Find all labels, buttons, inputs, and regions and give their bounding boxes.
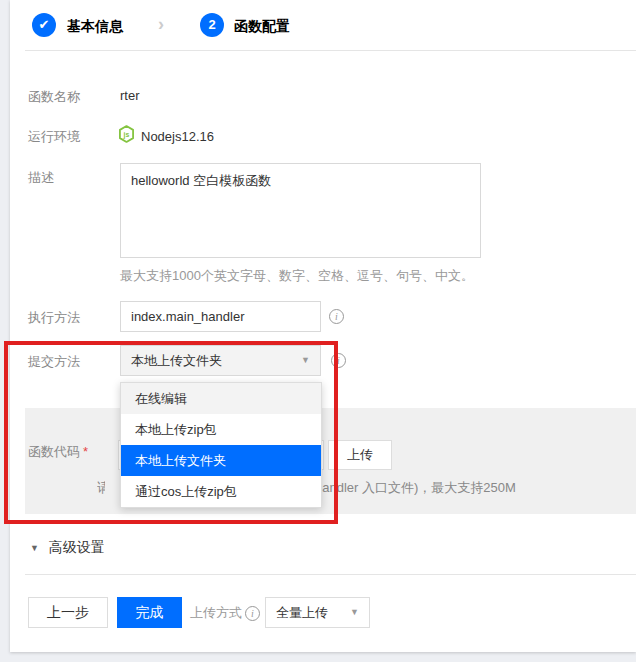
- function-name-value: rter: [120, 88, 140, 103]
- submit-method-select[interactable]: 本地上传文件夹 ▼: [120, 345, 321, 376]
- upload-mode-info-icon[interactable]: i: [245, 606, 260, 621]
- function-code-hint-clipped: 请: [97, 479, 105, 495]
- caret-down-icon: ▼: [301, 346, 310, 375]
- function-code-hint: handler 入口文件)，最大支持250M: [315, 479, 516, 497]
- upload-mode-selected-value: 全量上传: [276, 605, 328, 620]
- runtime-value-row: js Nodejs12.16: [118, 125, 214, 147]
- check-icon: ✔: [39, 17, 50, 32]
- description-textarea[interactable]: helloworld 空白模板函数: [120, 163, 481, 258]
- dropdown-option-local-zip[interactable]: 本地上传zip包: [121, 414, 321, 445]
- previous-step-button[interactable]: 上一步: [28, 597, 108, 628]
- submit-method-label: 提交方法: [28, 353, 80, 371]
- submit-method-selected-value: 本地上传文件夹: [131, 353, 222, 368]
- dropdown-option-local-folder[interactable]: 本地上传文件夹: [121, 445, 321, 476]
- finish-button[interactable]: 完成: [117, 597, 182, 628]
- advanced-settings-label: 高级设置: [49, 539, 105, 555]
- nodejs-icon: js: [118, 125, 135, 147]
- runtime-label: 运行环境: [28, 128, 80, 146]
- handler-label: 执行方法: [28, 309, 80, 327]
- footer-divider: [25, 574, 636, 575]
- description-hint: 最大支持1000个英文字母、数字、空格、逗号、句号、中文。: [120, 267, 474, 285]
- step2-number-circle: 2: [200, 13, 224, 37]
- submit-method-info-icon[interactable]: i: [331, 353, 346, 368]
- step2-label: 函数配置: [234, 18, 290, 36]
- header-divider: [25, 50, 636, 51]
- dropdown-option-cos-zip[interactable]: 通过cos上传zip包: [121, 476, 321, 507]
- handler-info-icon[interactable]: i: [329, 309, 344, 324]
- step1-done-circle[interactable]: ✔: [32, 13, 56, 37]
- runtime-value: Nodejs12.16: [141, 129, 214, 144]
- dropdown-option-online-edit[interactable]: 在线编辑: [121, 383, 321, 414]
- advanced-settings-toggle[interactable]: ▼ 高级设置: [30, 539, 105, 557]
- step1-label: 基本信息: [67, 18, 123, 36]
- submit-method-dropdown: 在线编辑 本地上传zip包 本地上传文件夹 通过cos上传zip包: [120, 382, 322, 508]
- description-label: 描述: [28, 169, 54, 187]
- upload-button[interactable]: 上传: [328, 440, 392, 470]
- upload-mode-label: 上传方式 i: [190, 604, 260, 622]
- chevron-right-icon: ›: [158, 14, 164, 35]
- step-indicator: ✔ 基本信息 › 2 函数配置: [10, 0, 636, 50]
- upload-mode-select[interactable]: 全量上传 ▼: [265, 597, 370, 628]
- caret-down-icon: ▼: [350, 598, 359, 627]
- function-code-label: 函数代码*: [28, 443, 88, 461]
- svg-text:js: js: [123, 131, 130, 139]
- required-asterisk: *: [83, 444, 88, 459]
- handler-input[interactable]: [120, 301, 321, 332]
- function-name-label: 函数名称: [28, 88, 80, 106]
- collapse-triangle-icon: ▼: [30, 543, 39, 553]
- function-config-panel: ✔ 基本信息 › 2 函数配置 函数名称 rter 运行环境 js Nodejs…: [10, 0, 636, 652]
